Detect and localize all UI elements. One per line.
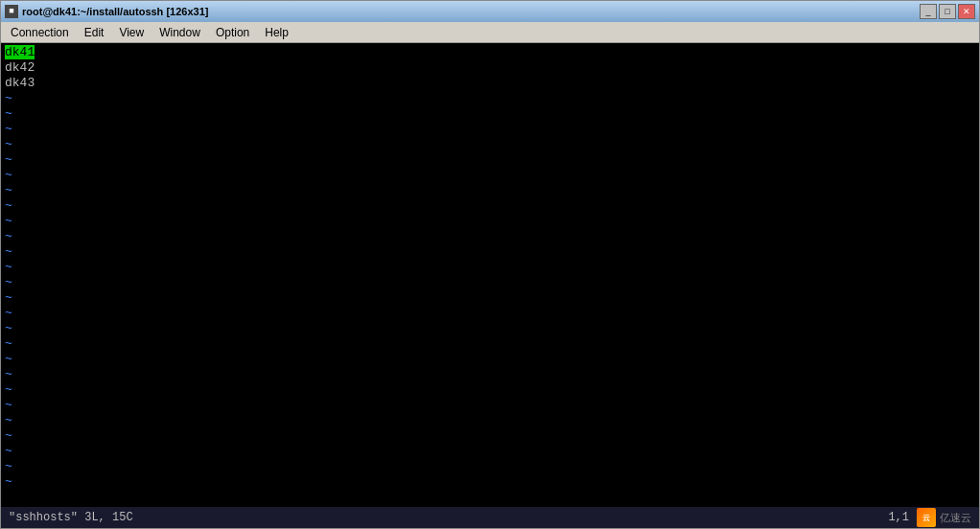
menu-view[interactable]: View xyxy=(111,24,152,41)
menu-window[interactable]: Window xyxy=(152,24,208,41)
menu-edit[interactable]: Edit xyxy=(77,24,112,41)
title-bar-left: ■ root@dk41:~/install/autossh [126x31] xyxy=(5,5,208,18)
terminal-line: ~ xyxy=(5,91,975,106)
terminal-line: ~ xyxy=(5,336,975,352)
terminal-line: ~ xyxy=(5,198,975,214)
minimize-button[interactable]: _ xyxy=(920,4,937,19)
terminal-line: ~ xyxy=(5,413,975,428)
cursor-position: 1,1 xyxy=(888,511,909,524)
terminal-line: ~ xyxy=(5,244,975,260)
terminal-line: ~ xyxy=(5,459,975,474)
status-right: 1,1 云 亿速云 xyxy=(888,508,971,527)
terminal-line: ~ xyxy=(5,474,975,490)
terminal-line: ~ xyxy=(5,275,975,290)
terminal-line: ~ xyxy=(5,214,975,229)
maximize-button[interactable]: □ xyxy=(939,4,956,19)
terminal-area[interactable]: dk41 dk42 dk43 ~ ~ ~ ~ ~ ~ ~ ~ ~ ~ ~ ~ ~… xyxy=(1,43,979,507)
cursor-text: dk41 xyxy=(5,45,35,59)
terminal-line: ~ xyxy=(5,367,975,382)
terminal-line: ~ xyxy=(5,137,975,152)
terminal-line: ~ xyxy=(5,398,975,413)
terminal-line: ~ xyxy=(5,122,975,137)
terminal-line: dk42 xyxy=(5,60,975,76)
terminal-line: ~ xyxy=(5,229,975,244)
terminal-line: ~ xyxy=(5,152,975,168)
terminal-line: ~ xyxy=(5,290,975,306)
menu-connection[interactable]: Connection xyxy=(3,24,77,41)
window-controls: _ □ ✕ xyxy=(920,4,975,19)
menu-option[interactable]: Option xyxy=(208,24,257,41)
terminal-icon: ■ xyxy=(5,5,18,18)
terminal-line: ~ xyxy=(5,106,975,122)
watermark-logo: 云 xyxy=(917,508,936,527)
file-info: "sshhosts" 3L, 15C xyxy=(9,511,133,524)
status-bar: "sshhosts" 3L, 15C 1,1 云 亿速云 xyxy=(1,507,979,528)
title-bar: ■ root@dk41:~/install/autossh [126x31] _… xyxy=(1,1,979,22)
terminal-line: dk41 xyxy=(5,45,975,60)
watermark: 云 亿速云 xyxy=(917,508,971,527)
terminal-line: ~ xyxy=(5,306,975,321)
terminal-window: ■ root@dk41:~/install/autossh [126x31] _… xyxy=(0,0,980,529)
menu-help[interactable]: Help xyxy=(257,24,296,41)
terminal-line: ~ xyxy=(5,352,975,367)
close-button[interactable]: ✕ xyxy=(958,4,975,19)
menu-bar: Connection Edit View Window Option Help xyxy=(1,22,979,43)
terminal-line: ~ xyxy=(5,168,975,183)
terminal-line: ~ xyxy=(5,428,975,444)
terminal-line: dk43 xyxy=(5,76,975,91)
terminal-line: ~ xyxy=(5,444,975,459)
terminal-line: ~ xyxy=(5,321,975,336)
window-title: root@dk41:~/install/autossh [126x31] xyxy=(22,6,208,17)
terminal-line: ~ xyxy=(5,260,975,275)
terminal-line: ~ xyxy=(5,183,975,198)
terminal-line: ~ xyxy=(5,382,975,398)
watermark-text: 亿速云 xyxy=(940,511,971,525)
